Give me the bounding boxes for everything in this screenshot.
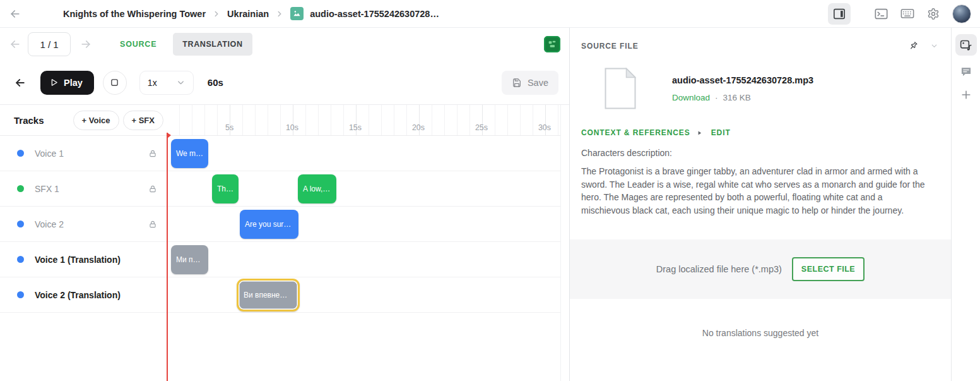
panel-toggle-icon[interactable]	[828, 3, 851, 25]
ruler-label: 10s	[286, 123, 298, 132]
track-label: Voice 2	[35, 219, 64, 229]
tracks-heading: Tracks	[14, 115, 44, 126]
image-asset-icon	[290, 7, 304, 20]
track-color-dot	[17, 185, 24, 192]
document-icon	[605, 68, 636, 109]
next-page-icon[interactable]	[80, 38, 92, 51]
chevron-right-icon	[275, 9, 284, 18]
back-to-project-icon[interactable]	[14, 76, 27, 89]
save-icon	[512, 78, 522, 88]
triangle-right-icon	[697, 130, 702, 136]
keyboard-icon[interactable]	[900, 8, 914, 19]
play-button[interactable]: Play	[40, 71, 94, 95]
file-name: audio-asset-1755242630728.mp3	[672, 75, 813, 85]
save-button[interactable]: Save	[502, 71, 558, 95]
track-label: SFX 1	[35, 184, 59, 194]
track-lane[interactable]: Are you sur…	[167, 207, 561, 241]
transport-toolbar: Play 1x 60s Save	[0, 61, 569, 105]
breadcrumb-language[interactable]: Ukrainian	[227, 9, 269, 19]
source-file-panel: SOURCE FILE audio-asset-1755242630728.mp…	[570, 28, 952, 381]
ruler-label: 15s	[349, 123, 362, 132]
playhead[interactable]	[167, 133, 168, 381]
track-row-voice-2-translation: Voice 2 (Translation) Ви впевне…	[0, 277, 561, 313]
track-lane[interactable]: Ви впевне…	[167, 277, 561, 312]
ruler-label: 25s	[475, 123, 488, 132]
track-color-dot	[17, 221, 24, 227]
chevron-down-icon	[176, 78, 186, 87]
audio-clip[interactable]: We m…	[171, 139, 208, 168]
ruler-label: 5s	[225, 123, 233, 132]
topbar: Knights of the Whispering Tower Ukrainia…	[0, 0, 980, 28]
timeline-editor: 1 / 1 SOURCE TRANSLATION Play 1x	[0, 28, 570, 381]
menu-icon[interactable]	[34, 9, 47, 18]
separator-dot: ·	[715, 93, 718, 102]
track-lane[interactable]: Ми п…	[167, 242, 561, 277]
breadcrumb-asset[interactable]: audio-asset-1755242630728…	[310, 9, 439, 19]
tab-source[interactable]: SOURCE	[120, 40, 156, 49]
tracks-area: Tracks + Voice + SFX 5s 10s 15s 20s 25s …	[0, 105, 561, 313]
timeline-ruler[interactable]: 5s 10s 15s 20s 25s 30s	[167, 105, 561, 135]
lock-icon[interactable]	[148, 149, 157, 158]
ruler-label: 20s	[412, 123, 425, 132]
comments-panel-tab-icon[interactable]	[960, 66, 972, 78]
tab-translation[interactable]: TRANSLATION	[173, 33, 252, 56]
chevron-down-icon[interactable]	[930, 42, 938, 50]
app-logo-icon	[544, 36, 560, 52]
lock-icon[interactable]	[148, 220, 157, 229]
audio-clip[interactable]: Ми п…	[171, 245, 208, 274]
terminal-icon[interactable]	[875, 8, 888, 20]
playback-speed-select[interactable]: 1x	[139, 71, 194, 95]
chevron-right-icon	[212, 9, 221, 18]
track-label: Voice 1	[35, 148, 64, 159]
track-row-voice-1: Voice 1 We m…	[0, 136, 561, 171]
prev-page-icon[interactable]	[9, 38, 21, 51]
right-rail	[952, 28, 980, 381]
edit-link[interactable]: EDIT	[711, 128, 731, 137]
stop-icon	[110, 78, 119, 87]
user-avatar[interactable]	[952, 4, 971, 23]
download-link[interactable]: Download	[672, 93, 710, 102]
pin-icon[interactable]	[908, 40, 919, 51]
back-arrow-icon[interactable]	[9, 8, 21, 20]
file-size: 316 KB	[723, 93, 751, 102]
description-heading: Characters description:	[570, 148, 951, 158]
duration-label: 60s	[208, 77, 223, 88]
track-row-voice-1-translation: Voice 1 (Translation) Ми п…	[0, 242, 561, 277]
track-row-voice-2: Voice 2 Are you sur…	[0, 207, 561, 242]
upload-hint: Drag localized file here (*.mp3)	[656, 264, 782, 274]
track-row-sfx-1: SFX 1 Th… A low,…	[0, 171, 561, 207]
add-voice-button[interactable]: + Voice	[73, 111, 119, 130]
add-sfx-button[interactable]: + SFX	[123, 111, 164, 130]
ruler-label: 30s	[538, 123, 551, 132]
track-color-dot	[17, 150, 24, 157]
breadcrumb: Knights of the Whispering Tower Ukrainia…	[63, 7, 439, 20]
audio-clip-selected[interactable]: Ви впевне…	[237, 279, 300, 311]
breadcrumb-project[interactable]: Knights of the Whispering Tower	[63, 9, 206, 19]
page-indicator[interactable]: 1 / 1	[28, 32, 71, 56]
empty-state-text: No translations suggested yet	[570, 328, 951, 338]
media-panel-tab-icon[interactable]	[955, 34, 977, 56]
panel-title: SOURCE FILE	[581, 42, 639, 51]
audio-clip[interactable]: Th…	[212, 174, 239, 203]
lock-icon[interactable]	[148, 184, 157, 193]
track-label: Voice 1 (Translation)	[35, 255, 121, 265]
audio-clip[interactable]: Are you sur…	[240, 210, 298, 239]
track-label: Voice 2 (Translation)	[35, 290, 121, 300]
track-lane[interactable]: We m…	[167, 136, 561, 171]
play-icon	[49, 78, 59, 87]
track-color-dot	[17, 256, 24, 263]
description-text: The Protagonist is a brave ginger tabby,…	[570, 165, 951, 217]
add-panel-tab-icon[interactable]	[960, 88, 972, 101]
page-toolbar: 1 / 1 SOURCE TRANSLATION	[0, 28, 569, 61]
select-file-button[interactable]: SELECT FILE	[792, 257, 865, 281]
track-color-dot	[17, 291, 24, 298]
context-references-link[interactable]: CONTEXT & REFERENCES	[581, 128, 690, 137]
audio-clip[interactable]: A low,…	[298, 174, 336, 203]
upload-dropzone[interactable]: Drag localized file here (*.mp3) SELECT …	[570, 239, 951, 299]
settings-gear-icon[interactable]	[927, 8, 940, 20]
stop-button[interactable]	[103, 71, 127, 95]
track-lane[interactable]: Th… A low,…	[167, 171, 561, 206]
